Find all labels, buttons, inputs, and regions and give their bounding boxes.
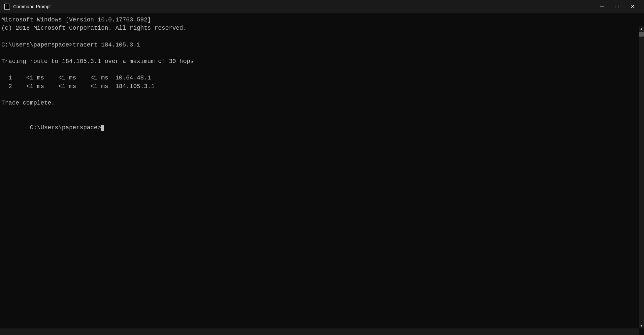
scrollbar-up-arrow[interactable]: ▲ xyxy=(639,26,644,32)
tracert-header: Tracing route to 184.105.3.1 over a maxi… xyxy=(1,57,641,66)
terminal-line-2: (c) 2018 Microsoft Corporation. All righ… xyxy=(1,24,641,32)
terminal-output[interactable]: Microsoft Windows [Version 10.0.17763.59… xyxy=(0,13,644,143)
hop-2: 2 <1 ms <1 ms <1 ms 184.105.3.1 xyxy=(1,82,641,91)
hop-1: 1 <1 ms <1 ms <1 ms 10.64.48.1 xyxy=(1,74,641,82)
command-prompt-window: Command Prompt ─ □ ✕ Microsoft Windows [… xyxy=(0,0,644,335)
cursor xyxy=(101,125,104,131)
prompt-text: C:\Users\paperspace> xyxy=(30,124,101,131)
current-prompt: C:\Users\paperspace> xyxy=(1,115,641,140)
trace-complete: Trace complete. xyxy=(1,99,641,107)
terminal-line-8 xyxy=(1,91,641,99)
cmd-icon xyxy=(4,4,10,10)
terminal-line-7 xyxy=(1,66,641,74)
app-icon xyxy=(4,3,11,10)
window-controls: ─ □ ✕ xyxy=(595,1,640,12)
scrollbar-down-arrow[interactable]: ▼ xyxy=(639,323,644,328)
maximize-button[interactable]: □ xyxy=(610,1,625,12)
window-title: Command Prompt xyxy=(13,4,595,9)
scrollbar-horizontal-track[interactable] xyxy=(0,328,639,335)
terminal-line-1: Microsoft Windows [Version 10.0.17763.59… xyxy=(1,16,641,24)
terminal-line-10 xyxy=(1,107,641,115)
close-button[interactable]: ✕ xyxy=(625,1,640,12)
title-bar: Command Prompt ─ □ ✕ xyxy=(0,0,644,13)
minimize-button[interactable]: ─ xyxy=(595,1,610,12)
terminal-line-3 xyxy=(1,32,641,41)
terminal-line-5 xyxy=(1,49,641,57)
terminal-command: C:\Users\paperspace>tracert 184.105.3.1 xyxy=(1,41,641,49)
scrollbar-vertical-track[interactable] xyxy=(639,26,644,328)
